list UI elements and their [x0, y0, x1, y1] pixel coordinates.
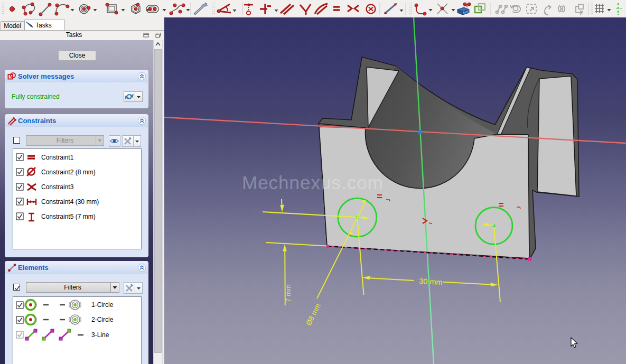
svg-text:Ø8 mm: Ø8 mm	[304, 302, 322, 326]
svg-text:7 mm: 7 mm	[284, 284, 292, 302]
svg-text:30 mm: 30 mm	[419, 277, 443, 286]
svg-text:Mechnexus.com: Mechnexus.com	[242, 172, 384, 193]
